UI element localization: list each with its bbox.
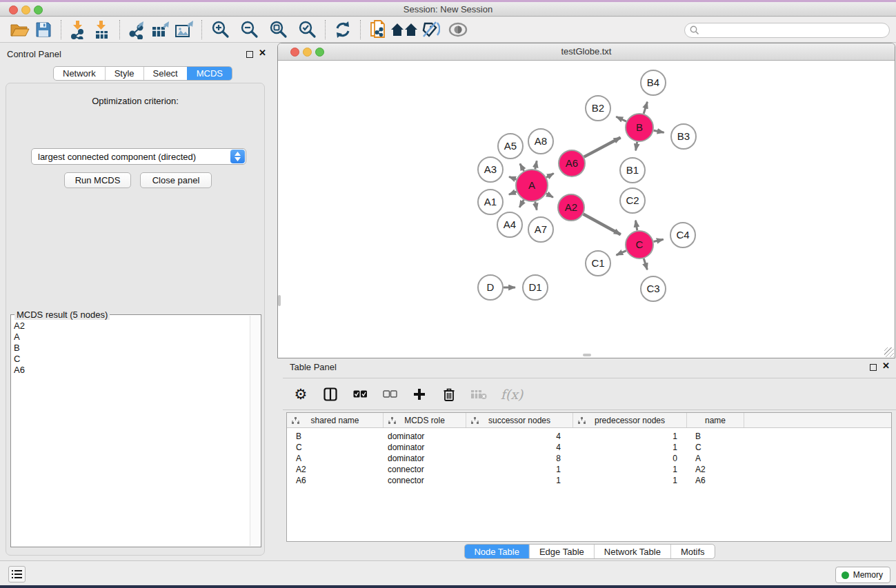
network-canvas[interactable]: B4B2BB3A8A5A6A3B1AC2A1A2A4A7C4CC1DD1C3 xyxy=(278,61,895,358)
search-input[interactable] xyxy=(684,23,890,38)
table-cell[interactable]: 4 xyxy=(466,432,573,441)
network-horizontal-scroll-thumb[interactable] xyxy=(583,354,591,356)
mcds-result-item[interactable]: A6 xyxy=(14,365,248,376)
graphics-details-button[interactable] xyxy=(446,19,470,41)
mcds-result-list[interactable]: A2ABCA6 xyxy=(14,321,248,545)
window-resize-grip[interactable] xyxy=(884,347,894,357)
tab-motifs[interactable]: Motifs xyxy=(670,545,715,558)
table-cell[interactable]: B xyxy=(686,432,744,441)
run-mcds-button[interactable]: Run MCDS xyxy=(64,172,131,188)
graph-edge-B-B4[interactable] xyxy=(644,102,647,114)
import-network-button[interactable] xyxy=(67,19,90,41)
table-cell[interactable]: 1 xyxy=(573,465,686,474)
graph-edge-A-A7[interactable] xyxy=(535,202,537,210)
network-vertical-scroll-thumb[interactable] xyxy=(278,295,281,306)
table-settings-button[interactable]: ⚙ xyxy=(292,385,309,403)
mcds-result-item[interactable]: A2 xyxy=(14,321,248,332)
tab-style[interactable]: Style xyxy=(105,67,143,80)
tab-select[interactable]: Select xyxy=(143,67,187,80)
table-cell[interactable]: 0 xyxy=(573,454,686,463)
graph-edge-C-C2[interactable] xyxy=(635,221,637,231)
delete-table-button[interactable] xyxy=(470,385,487,403)
table-cell[interactable]: dominator xyxy=(383,454,466,463)
mcds-result-item[interactable]: B xyxy=(14,343,248,354)
graph-edge-A-A1[interactable] xyxy=(509,192,517,194)
table-cell[interactable]: C xyxy=(686,443,744,452)
table-row[interactable]: Cdominator41C xyxy=(287,442,891,453)
export-network-button[interactable] xyxy=(126,19,149,41)
table-cell[interactable]: 1 xyxy=(573,432,686,441)
graph-edge-A-A8[interactable] xyxy=(535,161,537,169)
network-graph[interactable]: B4B2BB3A8A5A6A3B1AC2A1A2A4A7C4CC1DD1C3 xyxy=(278,61,895,358)
table-cell[interactable]: connector xyxy=(383,465,466,474)
table-cell[interactable]: A6 xyxy=(287,476,383,485)
graph-edge-C-C1[interactable] xyxy=(616,251,626,255)
table-cell[interactable]: dominator xyxy=(383,432,466,441)
table-float-icon[interactable] xyxy=(870,364,877,371)
table-close-icon[interactable]: ✕ xyxy=(882,361,890,371)
export-table-button[interactable] xyxy=(149,19,172,41)
deselect-all-rows-button[interactable] xyxy=(381,385,398,403)
zoom-in-button[interactable] xyxy=(209,19,232,41)
graph-edge-A-A3[interactable] xyxy=(509,176,517,179)
function-builder-button[interactable]: f(x) xyxy=(500,385,524,403)
graph-edge-A-A4[interactable] xyxy=(519,200,524,207)
close-panel-button[interactable]: Close panel xyxy=(140,172,212,188)
table-row[interactable]: A6connector11A6 xyxy=(287,475,891,486)
delete-column-button[interactable] xyxy=(441,385,457,403)
import-table-button[interactable] xyxy=(90,19,114,41)
table-cell[interactable]: A xyxy=(686,454,744,463)
table-row[interactable]: Bdominator41B xyxy=(287,431,891,442)
table-cell[interactable]: C xyxy=(287,443,383,452)
refresh-network-button[interactable] xyxy=(331,19,355,41)
criterion-dropdown[interactable]: largest connected component (directed) xyxy=(31,148,246,165)
mcds-result-item[interactable]: A xyxy=(14,332,248,343)
float-panel-icon[interactable] xyxy=(246,51,253,58)
export-image-button[interactable] xyxy=(172,19,196,41)
graph-edge-A2-C[interactable] xyxy=(584,214,621,235)
table-cell[interactable]: A xyxy=(287,454,383,463)
zoom-selected-button[interactable] xyxy=(296,19,319,41)
search-field[interactable] xyxy=(684,23,890,38)
mcds-result-item[interactable]: C xyxy=(14,354,248,365)
save-session-button[interactable] xyxy=(32,19,55,41)
close-panel-icon[interactable]: ✕ xyxy=(259,48,266,58)
column-browser-button[interactable] xyxy=(322,385,339,403)
table-cell[interactable]: 1 xyxy=(573,476,686,485)
graph-edge-A-A5[interactable] xyxy=(520,163,524,170)
tab-node-table[interactable]: Node Table xyxy=(464,545,529,558)
graph-edge-A-A2[interactable] xyxy=(546,194,553,198)
table-cell[interactable]: connector xyxy=(383,476,466,485)
column-header-mcds-role[interactable]: MCDS role xyxy=(383,413,466,427)
table-cell[interactable]: A2 xyxy=(287,465,383,474)
tab-network[interactable]: Network xyxy=(54,67,105,80)
hide-labels-button[interactable] xyxy=(419,19,442,41)
table-cell[interactable]: B xyxy=(287,432,383,441)
graph-edge-B-B1[interactable] xyxy=(636,142,637,151)
task-history-button[interactable] xyxy=(8,566,26,582)
graph-edge-C-C4[interactable] xyxy=(653,239,663,241)
duplicate-network-button[interactable] xyxy=(366,19,390,41)
table-cell[interactable]: 4 xyxy=(466,443,573,452)
column-header-name[interactable]: name xyxy=(686,413,744,427)
table-cell[interactable]: 8 xyxy=(466,454,573,463)
table-cell[interactable]: A6 xyxy=(686,476,744,485)
graph-edge-B-B2[interactable] xyxy=(616,116,626,121)
memory-button[interactable]: Memory xyxy=(835,567,890,583)
home-view-button[interactable] xyxy=(390,19,419,41)
tab-edge-table[interactable]: Edge Table xyxy=(529,545,594,558)
table-row[interactable]: Adominator80A xyxy=(287,453,891,464)
table-row[interactable]: A2connector11A2 xyxy=(287,464,891,475)
graph-edge-C-C3[interactable] xyxy=(644,258,647,270)
graph-edge-A-A6[interactable] xyxy=(546,173,554,177)
column-header-successor-nodes[interactable]: successor nodes xyxy=(466,413,573,427)
select-all-rows-button[interactable] xyxy=(352,385,368,403)
tab-network-table[interactable]: Network Table xyxy=(594,545,670,558)
table-cell[interactable]: 1 xyxy=(573,443,686,452)
open-session-button[interactable] xyxy=(8,19,32,41)
add-column-button[interactable] xyxy=(411,385,428,403)
tab-mcds[interactable]: MCDS xyxy=(187,67,232,80)
graph-edge-B-B3[interactable] xyxy=(654,130,664,132)
zoom-out-button[interactable] xyxy=(238,19,261,41)
graph-edge-A6-B[interactable] xyxy=(584,138,621,157)
